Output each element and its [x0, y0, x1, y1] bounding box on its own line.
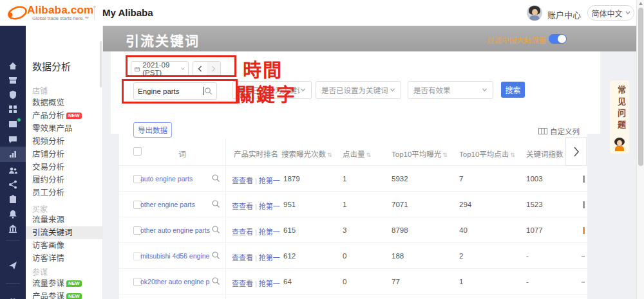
scroll-columns-right-button[interactable] [565, 137, 587, 166]
keyword-lookup-icon[interactable] [211, 251, 220, 260]
grab-first-link[interactable]: 抢第一 [259, 203, 280, 210]
heart-icon[interactable] [8, 296, 18, 299]
sidebar-item-product-advisor[interactable]: 产品参谋NEW [26, 290, 103, 299]
keyword-lookup-icon[interactable] [211, 225, 220, 234]
impressions-value: 612 [283, 252, 296, 260]
share-nodes-icon[interactable] [8, 179, 18, 190]
sidebar-item-video-analysis[interactable]: 视频分析 [26, 135, 103, 148]
grab-first-link[interactable]: 抢第一 [259, 228, 280, 236]
chat-icon[interactable] [8, 134, 18, 145]
top10-clicks-value: 40 [459, 226, 468, 234]
section-label-advisor: 参谋 [32, 266, 48, 277]
sidebar-item-trade-analysis[interactable]: 交易分析 [26, 161, 103, 174]
keyword-set-filter-dropdown[interactable]: 是否已设置为关键词 [316, 81, 401, 99]
alibaba-logo[interactable]: Alibaba.com• [27, 4, 96, 17]
notification-dot [17, 118, 21, 122]
sidebar-item-product-analysis[interactable]: 产品分析NEW [26, 109, 103, 122]
col-header-top10-impressions[interactable]: Top10平均曝光⇅ [392, 149, 448, 159]
chevron-down-icon [625, 11, 630, 15]
bell-icon[interactable] [8, 209, 18, 219]
sort-icon[interactable]: ⇅ [442, 152, 448, 158]
col-header-clicks[interactable]: 点击量⇅ [343, 149, 371, 159]
keyword-index-value: 1003 [526, 175, 543, 183]
search-button[interactable]: 搜索 [501, 82, 525, 98]
filter-china-toggle[interactable] [549, 34, 567, 44]
sidebar-item-staff-analysis[interactable]: 员工分析 [26, 186, 103, 199]
shield-icon[interactable] [8, 90, 18, 100]
page-title: 引流关键词 [126, 30, 200, 50]
table-row: other engine parts 查查看|抢第一 951 1 7071 29… [119, 192, 587, 217]
sidebar-item-traffic-advisor[interactable]: 流量参谋NEW [26, 277, 103, 290]
col-header-keyword-index[interactable]: 关键词指数⇅ [526, 149, 569, 159]
send-icon[interactable] [8, 260, 18, 271]
keyword-index-value: - [526, 252, 529, 260]
impressions-value: 1879 [283, 175, 300, 183]
sort-icon[interactable]: ⇅ [327, 152, 332, 158]
sidebar-item-visitor-profile[interactable]: 访客画像 [26, 239, 103, 252]
top10-impressions-value: 5932 [392, 175, 408, 183]
col-header-realtime-rank[interactable]: 产品实时排名 [234, 149, 278, 159]
scrollbar-up-arrow[interactable] [639, 2, 643, 5]
sidebar-item-data-overview[interactable]: 数据概览 [26, 96, 103, 109]
page-scrollbar[interactable] [636, 0, 644, 299]
sort-icon[interactable]: ⇅ [366, 152, 372, 158]
top10-clicks-value: 7 [459, 175, 463, 183]
grab-first-link[interactable]: 抢第一 [259, 177, 280, 185]
sidebar-title: 数据分析 [32, 59, 71, 73]
col-header-impressions[interactable]: 搜索曝光次数⇅ [281, 149, 332, 159]
keyword-link[interactable]: other auto engine parts [140, 226, 210, 234]
col-header-top10-clicks[interactable]: Top10平均点击⇅ [459, 149, 515, 159]
keyword-link[interactable]: auto engine parts [140, 175, 193, 183]
clipboard-icon[interactable] [8, 194, 18, 204]
sidebar-item-visitor-details[interactable]: 访客详情 [26, 252, 103, 265]
keyword-lookup-icon[interactable] [211, 174, 220, 183]
keyword-lookup-icon[interactable] [211, 199, 220, 208]
language-selector[interactable]: 简体中文 [587, 5, 634, 21]
sidebar-item-traffic-source[interactable]: 流量来源 [26, 213, 103, 226]
sidebar-item-traffic-keywords[interactable]: 引流关键词 [26, 226, 103, 239]
alibaba-swoosh-icon [6, 4, 28, 22]
my-alibaba-title[interactable]: My Alibaba [102, 7, 153, 18]
sidebar-item-zero-effect-products[interactable]: 零效果产品 [26, 122, 103, 135]
keyword-link[interactable]: mitsubishi 4d56 engine parts [140, 252, 210, 260]
grab-first-link[interactable]: 抢第一 [259, 280, 280, 287]
customize-columns-button[interactable]: 自定义列 [538, 126, 580, 136]
keyword-lookup-icon[interactable] [211, 276, 220, 285]
effect-filter-dropdown[interactable]: 是否有效果 [408, 81, 493, 99]
clicks-value: 0 [343, 278, 346, 285]
bank-icon[interactable] [8, 224, 18, 234]
keyword-index-value: 1523 [526, 201, 543, 208]
bar-chart-icon[interactable] [8, 149, 18, 159]
keyword-index-value: 1077 [526, 226, 543, 234]
clicks-value: 1 [343, 201, 346, 208]
chevron-down-icon [300, 88, 306, 92]
customer-service-avatar[interactable] [612, 137, 627, 151]
sidebar-scrollbar-thumb[interactable] [100, 41, 102, 87]
account-center-link[interactable]: 账户中心 [547, 8, 581, 21]
users-icon[interactable] [8, 165, 18, 176]
home-icon[interactable] [8, 61, 18, 71]
view-rank-link[interactable]: 查查看 [232, 254, 253, 262]
clicks-value: 0 [343, 252, 346, 260]
keyword-link[interactable]: other engine parts [140, 201, 195, 208]
user-avatar[interactable] [527, 5, 542, 21]
keyword-link[interactable]: ok20ther auto engine parts [140, 278, 210, 285]
col-header-word[interactable]: 词 [140, 149, 224, 159]
scrollbar-thumb[interactable] [638, 8, 643, 166]
view-rank-link[interactable]: 查查看 [232, 228, 253, 236]
sort-icon[interactable]: ⇅ [510, 152, 515, 158]
icon-rail [0, 26, 26, 299]
apps-grid-icon[interactable] [8, 104, 18, 114]
view-rank-link[interactable]: 查查看 [232, 177, 253, 185]
impressions-value: 951 [283, 201, 296, 208]
sidebar-item-shop-analysis[interactable]: 店铺分析 [26, 148, 103, 161]
clipped-cell-fragment [582, 256, 585, 257]
export-data-button[interactable]: 导出数据 [133, 122, 172, 138]
view-rank-link[interactable]: 查查看 [232, 203, 253, 210]
grab-first-link[interactable]: 抢第一 [259, 254, 280, 262]
sidebar-item-fulfillment-analysis[interactable]: 履约分析 [26, 174, 103, 186]
faq-widget[interactable]: 常见问题 [610, 80, 629, 154]
clipped-cell-fragment [582, 282, 585, 283]
view-rank-link[interactable]: 查查看 [232, 280, 253, 287]
storefront-icon[interactable] [8, 75, 18, 86]
